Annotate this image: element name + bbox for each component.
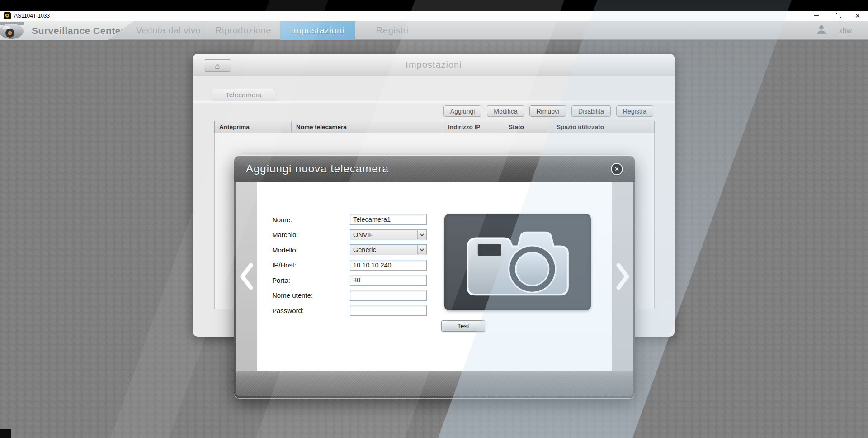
ip-host-label: IP/Host: <box>272 261 350 269</box>
form-row: Nome: <box>272 214 427 225</box>
corner-chip <box>0 429 11 438</box>
modello-label: Modello: <box>272 246 350 254</box>
dialog-titlebar: Aggiungi nuova telecamera ✕ <box>234 156 635 182</box>
restore-button[interactable] <box>826 11 847 21</box>
top-black-strip <box>0 0 868 11</box>
port-input[interactable] <box>350 275 427 286</box>
marchio-label: Marchio: <box>272 231 350 238</box>
add-camera-dialog: Aggiungi nuova telecamera ✕ Nome: Marchi… <box>234 156 635 398</box>
nome-label: Nome: <box>272 216 350 224</box>
screen: AS1104T-1033 ✕ <box>0 0 868 438</box>
next-arrow-button[interactable] <box>612 182 633 371</box>
brand-title: Surveillance Center <box>32 21 125 40</box>
chevron-left-icon <box>239 262 254 290</box>
window-title: AS1104T-1033 <box>14 13 50 19</box>
porta-label: Porta: <box>272 276 350 284</box>
brand-plate: Surveillance Center <box>0 21 133 40</box>
disabilita-button[interactable]: Disabilita <box>571 105 611 117</box>
dialog-body: Nome: Marchio: ONVIF Modello: <box>236 182 633 371</box>
close-window-button[interactable]: ✕ <box>847 11 868 21</box>
name-input[interactable] <box>350 214 427 225</box>
main-tabs: Veduta dal vivo Riproduzione Impostazion… <box>131 21 429 40</box>
tab-riproduzione[interactable]: Riproduzione <box>206 21 280 40</box>
window-titlebar[interactable]: AS1104T-1033 ✕ <box>0 11 868 21</box>
form-row: Porta: <box>272 275 427 286</box>
col-anteprima: Anteprima <box>215 121 292 133</box>
tabstrip-divider <box>193 101 675 104</box>
nome-utente-label: Nome utente: <box>272 291 350 299</box>
dome-camera-icon <box>0 22 27 42</box>
minimize-button[interactable] <box>806 11 826 21</box>
col-spazio-utilizzato: Spazio utilizzato <box>552 121 654 133</box>
user-icon <box>816 24 827 38</box>
tab-veduta-dal-vivo[interactable]: Veduta dal vivo <box>131 21 206 40</box>
table-header-row: Anteprima Nome telecamera Indirizzo IP S… <box>214 121 655 133</box>
rimuovi-button[interactable]: Rimuovi <box>529 105 566 117</box>
settings-panel-header: ⌂ Impostazioni <box>193 54 675 76</box>
camera-form: Nome: Marchio: ONVIF Modello: <box>272 214 427 320</box>
test-button[interactable]: Test <box>441 320 485 332</box>
brand-select-value: ONVIF <box>353 231 373 238</box>
model-select[interactable]: Generic <box>350 244 427 255</box>
select-arrow-icon <box>417 245 426 254</box>
prev-arrow-button[interactable] <box>236 182 257 371</box>
dialog-footer <box>236 371 633 396</box>
camera-toolbar: Aggiungi Modifica Rimuovi Disabilita Reg… <box>443 105 653 117</box>
dialog-title: Aggiungi nuova telecamera <box>246 162 389 175</box>
modifica-button[interactable]: Modifica <box>487 105 524 117</box>
chevron-right-icon <box>616 262 630 290</box>
brand-select[interactable]: ONVIF <box>350 229 427 240</box>
aggiungi-button[interactable]: Aggiungi <box>443 105 482 117</box>
form-row: Nome utente: <box>272 290 427 301</box>
col-indirizzo-ip: Indirizzo IP <box>443 121 504 133</box>
form-row: IP/Host: <box>272 260 427 271</box>
close-icon: ✕ <box>614 166 619 172</box>
registra-button[interactable]: Registra <box>616 105 653 117</box>
col-nome-telecamera: Nome telecamera <box>292 121 443 133</box>
select-arrow-icon <box>417 230 426 239</box>
camera-preview <box>444 214 591 310</box>
user-menu[interactable]: xhw <box>816 21 852 40</box>
username-input[interactable] <box>350 290 427 301</box>
restore-icon <box>835 14 839 18</box>
camera-icon <box>457 222 578 303</box>
username: xhw <box>839 27 852 35</box>
tab-registri[interactable]: Registri <box>355 21 429 40</box>
tab-telecamera[interactable]: Telecamera <box>212 89 275 101</box>
home-button[interactable]: ⌂ <box>204 59 231 72</box>
model-select-value: Generic <box>353 246 376 253</box>
form-row: Modello: Generic <box>272 244 427 255</box>
form-row: Password: <box>272 305 427 316</box>
settings-title: Impostazioni <box>193 54 675 76</box>
form-row: Marchio: ONVIF <box>272 229 427 240</box>
app-header: Surveillance Center Veduta dal vivo Ripr… <box>0 21 868 40</box>
ip-input[interactable] <box>350 260 427 271</box>
home-icon: ⌂ <box>215 62 220 70</box>
password-input[interactable] <box>350 305 427 316</box>
dialog-content: Nome: Marchio: ONVIF Modello: <box>257 182 612 371</box>
close-icon: ✕ <box>855 13 860 19</box>
window-controls: ✕ <box>806 11 868 21</box>
dialog-close-button[interactable]: ✕ <box>611 163 623 175</box>
password-label: Password: <box>272 307 350 314</box>
col-stato: Stato <box>504 121 552 133</box>
tab-impostazioni[interactable]: Impostazioni <box>280 21 355 40</box>
app-shield-icon <box>4 12 11 19</box>
minimize-icon <box>814 15 819 16</box>
